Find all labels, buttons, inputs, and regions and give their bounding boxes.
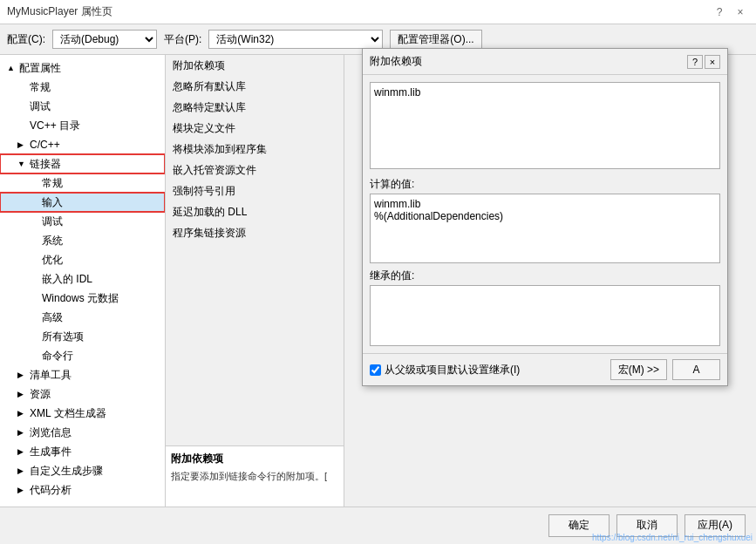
dialog-help-button[interactable]: ? xyxy=(687,55,703,69)
tree-item-label: 所有选项 xyxy=(42,329,84,344)
tree-item-linker-advanced[interactable]: 高级 xyxy=(0,308,165,327)
close-button[interactable]: × xyxy=(732,5,749,19)
tree-item-label: 链接器 xyxy=(30,156,61,172)
tree-item-general[interactable]: 常规 xyxy=(0,78,165,97)
tree-item-build-events[interactable]: ▶生成事件 xyxy=(0,442,165,461)
expand-icon: ▲ xyxy=(7,60,17,76)
expand-icon: ▶ xyxy=(17,425,28,440)
computed-label: 计算的值: xyxy=(370,177,720,192)
tree-item-label: 调试 xyxy=(30,99,51,114)
inherited-label: 继承的值: xyxy=(370,269,720,283)
tree-panel: ▲配置属性常规调试VC++ 目录▶C/C++▼链接器常规输入调试系统优化嵌入的 … xyxy=(0,55,166,507)
expand-icon: ▼ xyxy=(17,156,28,172)
tree-item-linker-idl[interactable]: 嵌入的 IDL xyxy=(0,269,165,289)
props-item-additional-deps[interactable]: 附加依赖项 xyxy=(166,55,344,76)
expand-icon: ▶ xyxy=(17,367,28,383)
dialog-a-button[interactable]: A xyxy=(672,359,720,380)
tree-item-label: C/C++ xyxy=(30,137,60,153)
tree-item-label: 浏览信息 xyxy=(30,425,72,440)
inherit-label[interactable]: 从父级或项目默认设置继承(I) xyxy=(385,363,520,377)
expand-icon: ▶ xyxy=(17,463,28,479)
props-item-embed-resource[interactable]: 嵌入托管资源文件 xyxy=(166,160,344,180)
tree-item-manifest[interactable]: ▶清单工具 xyxy=(0,365,165,384)
dialog-close-button[interactable]: × xyxy=(705,55,720,69)
ok-button[interactable]: 确定 xyxy=(548,514,610,537)
dialog-titlebar: 附加依赖项 ? × xyxy=(363,49,727,75)
dialog-controls: ? × xyxy=(687,55,720,69)
window-title: MyMusicPlayer 属性页 xyxy=(7,4,112,19)
tree-item-label: 高级 xyxy=(42,309,63,325)
tree-item-custom-build[interactable]: ▶自定义生成步骤 xyxy=(0,461,165,480)
inherit-checkbox[interactable] xyxy=(370,364,381,376)
tree-item-xml-doc[interactable]: ▶XML 文档生成器 xyxy=(0,404,165,423)
tree-item-config-root[interactable]: ▲配置属性 xyxy=(0,58,165,78)
config-label: 配置(C): xyxy=(7,32,45,47)
props-desc-title: 附加依赖项 xyxy=(171,452,338,466)
tree-item-linker-winmeta[interactable]: Windows 元数据 xyxy=(0,289,165,308)
tree-item-vc-dirs[interactable]: VC++ 目录 xyxy=(0,116,165,135)
tree-item-label: 自定义生成步骤 xyxy=(30,463,103,479)
tree-item-label: 优化 xyxy=(42,252,63,268)
tree-item-label: 代码分析 xyxy=(30,482,72,498)
macro-button[interactable]: 宏(M) >> xyxy=(610,359,667,380)
props-item-ignore-all[interactable]: 忽略所有默认库 xyxy=(166,76,344,97)
cancel-button[interactable]: 取消 xyxy=(616,514,678,537)
tree-item-resources[interactable]: ▶资源 xyxy=(0,384,165,404)
tree-item-linker-optimize[interactable]: 优化 xyxy=(0,250,165,269)
tree-item-label: 常规 xyxy=(42,175,63,191)
expand-icon: ▶ xyxy=(17,405,28,421)
tree-item-label: XML 文档生成器 xyxy=(30,405,106,421)
inherited-value-area xyxy=(370,285,720,346)
tree-item-debug[interactable]: 调试 xyxy=(0,97,165,116)
dialog-footer-btns: 宏(M) >> A xyxy=(610,359,720,380)
apply-button[interactable]: 应用(A) xyxy=(684,514,746,537)
tree-item-browse-info[interactable]: ▶浏览信息 xyxy=(0,423,165,442)
checkbox-area: 从父级或项目默认设置继承(I) xyxy=(370,363,520,377)
tree-item-code-analysis[interactable]: ▶代码分析 xyxy=(0,480,165,500)
platform-label: 平台(P): xyxy=(164,32,201,47)
computed-line-1: winmm.lib xyxy=(374,198,716,210)
platform-select[interactable]: 活动(Win32) xyxy=(208,30,383,49)
props-list: 附加依赖项忽略所有默认库忽略特定默认库模块定义文件将模块添加到程序集嵌入托管资源… xyxy=(166,55,344,445)
props-description: 附加依赖项 指定要添加到链接命令行的附加项。[ xyxy=(166,445,344,507)
tree-item-label: Windows 元数据 xyxy=(42,290,119,306)
titlebar-controls: ? × xyxy=(711,5,749,19)
expand-icon: ▶ xyxy=(17,482,28,498)
bottom-area: 确定 取消 应用(A) xyxy=(0,507,756,543)
tree-item-label: 生成事件 xyxy=(30,444,72,459)
tree-item-label: 资源 xyxy=(30,386,51,402)
tree-item-label: 配置属性 xyxy=(19,60,61,76)
computed-line-2: %(AdditionalDependencies) xyxy=(374,210,716,222)
tree-item-linker-cmdline[interactable]: 命令行 xyxy=(0,346,165,365)
tree-item-label: 常规 xyxy=(30,79,51,95)
tree-item-label: 系统 xyxy=(42,233,63,248)
props-item-module-def[interactable]: 模块定义文件 xyxy=(166,118,344,139)
help-button[interactable]: ? xyxy=(711,5,728,19)
tree-item-linker-general[interactable]: 常规 xyxy=(0,173,165,193)
tree-item-linker-system[interactable]: 系统 xyxy=(0,231,165,250)
computed-value-area: winmm.lib %(AdditionalDependencies) xyxy=(370,194,720,263)
tree-item-label: 输入 xyxy=(42,194,63,210)
props-item-ignore-specific[interactable]: 忽略特定默认库 xyxy=(166,97,344,118)
expand-icon: ▶ xyxy=(17,137,28,153)
tree-item-label: 命令行 xyxy=(42,348,73,364)
tree-item-linker-all[interactable]: 所有选项 xyxy=(0,327,165,346)
props-item-assembly-link[interactable]: 程序集链接资源 xyxy=(166,222,344,243)
dialog-title: 附加依赖项 xyxy=(370,54,422,69)
props-outer: 附加依赖项忽略所有默认库忽略特定默认库模块定义文件将模块添加到程序集嵌入托管资源… xyxy=(166,55,344,507)
dialog-textarea[interactable] xyxy=(370,82,720,169)
tree-item-linker-input[interactable]: 输入 xyxy=(0,193,165,212)
additional-deps-dialog: 附加依赖项 ? × 计算的值: winmm.lib %(AdditionalDe… xyxy=(362,48,728,386)
props-item-add-module[interactable]: 将模块添加到程序集 xyxy=(166,139,344,160)
tree-item-label: 清单工具 xyxy=(30,367,72,383)
props-item-force-symbol[interactable]: 强制符号引用 xyxy=(166,180,344,201)
tree-item-linker[interactable]: ▼链接器 xyxy=(0,154,165,173)
tree-item-linker-debug[interactable]: 调试 xyxy=(0,212,165,231)
props-desc-text: 指定要添加到链接命令行的附加项。[ xyxy=(171,470,338,483)
expand-icon: ▶ xyxy=(17,444,28,459)
props-item-delay-load[interactable]: 延迟加载的 DLL xyxy=(166,201,344,222)
tree-item-cpp[interactable]: ▶C/C++ xyxy=(0,135,165,154)
config-manager-button[interactable]: 配置管理器(O)... xyxy=(390,30,481,49)
titlebar: MyMusicPlayer 属性页 ? × xyxy=(0,0,756,24)
config-select[interactable]: 活动(Debug) xyxy=(52,30,157,49)
